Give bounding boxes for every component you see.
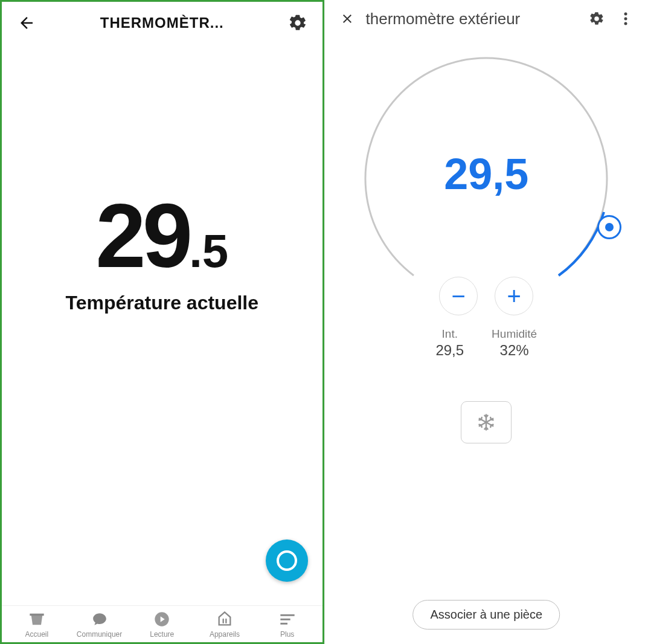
close-button[interactable] <box>337 8 358 29</box>
close-icon <box>340 11 354 26</box>
alexa-ring-icon <box>277 550 297 571</box>
stat-humidity: Humidité 32% <box>492 327 537 359</box>
nav-label: Plus <box>280 630 294 639</box>
temperature-display: 29.5 Température actuelle <box>2 190 322 314</box>
google-home-screen: thermomètre extérieur 29,5 − + Int. 29,5 <box>324 0 649 644</box>
alexa-voice-button[interactable] <box>266 539 308 582</box>
svg-point-8 <box>624 18 627 21</box>
nav-label: Appareils <box>210 630 240 639</box>
dial-handle[interactable] <box>597 215 621 239</box>
nav-home[interactable]: Accueil <box>5 611 68 639</box>
svg-point-9 <box>624 22 627 25</box>
header: THERMOMÈTR... <box>2 2 322 33</box>
stats-row: Int. 29,5 Humidité 32% <box>325 327 649 359</box>
header: thermomètre extérieur <box>325 0 649 29</box>
nav-play[interactable]: Lecture <box>130 611 193 639</box>
nav-label: Accueil <box>25 630 49 639</box>
dial-value: 29,5 <box>444 149 528 199</box>
more-menu-button[interactable] <box>615 8 636 29</box>
more-lines-icon <box>278 611 297 628</box>
mode-row <box>325 401 649 443</box>
gear-icon <box>288 13 307 33</box>
chat-bubble-icon <box>91 611 109 628</box>
snowflake-icon <box>477 413 495 431</box>
more-vertical-icon <box>624 11 627 26</box>
nav-label: Communiquer <box>77 630 122 639</box>
nav-label: Lecture <box>150 630 174 639</box>
settings-button[interactable] <box>586 8 607 29</box>
stat-label: Humidité <box>492 327 537 341</box>
settings-button[interactable] <box>287 13 308 33</box>
play-icon <box>153 611 171 628</box>
stat-value: 32% <box>492 342 537 359</box>
nav-devices[interactable]: Appareils <box>193 611 256 639</box>
nav-more[interactable]: Plus <box>256 611 319 639</box>
svg-point-7 <box>624 13 627 16</box>
temperature-value: 29.5 <box>95 190 228 281</box>
svg-rect-2 <box>222 619 223 623</box>
stat-label: Int. <box>435 327 464 341</box>
page-title: thermomètre extérieur <box>366 10 579 28</box>
cooling-mode-button[interactable] <box>461 401 512 443</box>
stat-interior: Int. 29,5 <box>435 327 464 359</box>
home-icon <box>28 611 46 628</box>
devices-icon <box>216 611 234 628</box>
alexa-app-screen: THERMOMÈTR... 29.5 Température actuelle … <box>0 0 324 644</box>
temperature-whole: 29 <box>95 185 189 286</box>
gear-icon <box>589 11 605 27</box>
svg-rect-5 <box>280 619 290 620</box>
stat-value: 29,5 <box>435 342 464 359</box>
bottom-nav: Accueil Communiquer Lecture Appareils Pl… <box>2 605 322 642</box>
svg-rect-6 <box>280 623 287 625</box>
associate-room-button[interactable]: Associer à une pièce <box>412 600 560 630</box>
temperature-fraction: .5 <box>189 224 228 277</box>
temperature-dial-wrap: 29,5 <box>325 46 649 312</box>
svg-rect-3 <box>225 619 226 623</box>
svg-rect-4 <box>280 614 294 616</box>
temperature-label: Température actuelle <box>65 292 258 314</box>
arrow-left-icon <box>18 14 36 32</box>
temperature-dial[interactable]: 29,5 <box>353 46 619 312</box>
svg-rect-0 <box>30 614 43 616</box>
nav-communicate[interactable]: Communiquer <box>68 611 131 639</box>
page-title: THERMOMÈTR... <box>100 14 224 31</box>
back-button[interactable] <box>16 13 37 33</box>
